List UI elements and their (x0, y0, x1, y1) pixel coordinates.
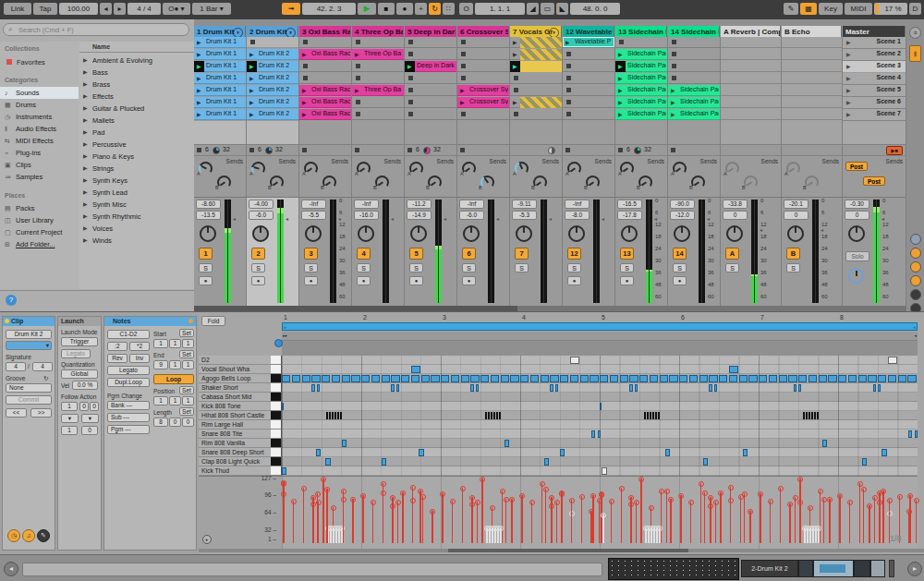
velocity-stem[interactable] (481, 478, 483, 543)
clip-slot[interactable] (299, 37, 351, 48)
midi-note[interactable] (806, 412, 808, 419)
folder-row[interactable]: ▶Synth Misc (79, 199, 194, 211)
midi-note[interactable] (888, 357, 897, 364)
midi-note[interactable] (635, 384, 638, 392)
velocity-dot[interactable] (668, 497, 674, 502)
clip-stop-button[interactable] (356, 76, 360, 80)
loop-length-display[interactable]: 48. 0. 0 (570, 3, 620, 15)
velocity-dot[interactable] (450, 499, 456, 504)
clip-name-field[interactable]: Drum Kit 2 (6, 330, 52, 339)
velocity-dot[interactable] (887, 498, 893, 503)
clip-slot[interactable] (510, 73, 562, 84)
signature-numerator[interactable]: 4 (6, 362, 26, 371)
midi-map-button[interactable]: MIDI (845, 3, 872, 15)
velocity-stem[interactable] (799, 502, 801, 543)
velocity-dot[interactable] (509, 497, 515, 502)
pan-knob[interactable] (674, 225, 690, 242)
track-activator-button[interactable]: 5 (409, 248, 423, 260)
note-row-label[interactable]: Kick 808 Tone (199, 402, 271, 411)
play-icon[interactable]: ▶ (618, 99, 623, 105)
clip-stop-button[interactable] (408, 40, 413, 44)
clip-slot[interactable] (405, 73, 456, 84)
velocity-stem[interactable] (839, 495, 841, 543)
follow-button[interactable]: ➟ (282, 3, 300, 15)
piano-key[interactable] (271, 365, 282, 374)
clip-slot[interactable]: ▶ (510, 37, 562, 48)
next-clip-button[interactable]: >> (30, 408, 52, 418)
clip-slot[interactable]: ▶Sidechain Pad (668, 109, 720, 120)
mixer-io-toggle[interactable] (910, 234, 921, 245)
clip-slot[interactable] (721, 109, 781, 120)
midi-note[interactable] (332, 412, 334, 419)
collection-favorites[interactable]: Favorites (0, 56, 79, 68)
track-activator-button[interactable]: 14 (673, 248, 687, 260)
midi-note[interactable] (703, 458, 708, 466)
midi-note[interactable] (505, 440, 509, 447)
reenable-automation-button[interactable]: ↻ (429, 3, 441, 15)
end-beat[interactable]: 1 (169, 360, 181, 369)
velocity-stem[interactable] (397, 502, 399, 543)
launch-legato-button[interactable]: Legato (61, 349, 91, 358)
velocity-stem[interactable] (602, 514, 604, 543)
velocity-stem[interactable] (462, 488, 464, 543)
clip-slot[interactable]: ▶Deep in Dark (405, 61, 456, 72)
velocity-stem[interactable] (326, 489, 328, 543)
midi-note[interactable] (317, 384, 320, 392)
punch-in-button[interactable]: ◢ (527, 3, 539, 15)
velocity-dot[interactable] (808, 505, 813, 511)
midi-note[interactable] (311, 384, 314, 392)
midi-note[interactable] (391, 384, 394, 392)
note-row-label[interactable]: D2 (199, 356, 271, 365)
midi-note[interactable] (719, 375, 727, 382)
cue-volume-knob[interactable] (848, 268, 864, 284)
clip-slot[interactable] (405, 37, 456, 48)
velocity-stem[interactable] (599, 500, 601, 543)
midi-note[interactable] (652, 412, 654, 419)
clip-slot[interactable] (405, 85, 456, 96)
notes-view-toggle[interactable]: ♫ (22, 529, 35, 542)
velocity-stem[interactable] (293, 501, 295, 543)
clip-stop-button[interactable] (514, 76, 518, 80)
velocity-stem[interactable] (505, 499, 507, 543)
scene-slot-6[interactable]: ▶Scene 6 (843, 97, 906, 109)
velocity-dot[interactable] (609, 499, 614, 504)
velocity-dot[interactable] (490, 505, 495, 511)
follow-beats-field[interactable]: 0 (79, 402, 89, 411)
velocity-stem[interactable] (343, 499, 345, 543)
midi-h-scrollbar[interactable] (199, 549, 924, 552)
play-icon[interactable]: ▶ (513, 39, 517, 45)
peak-level-display[interactable]: -90.0 (670, 200, 695, 209)
velocity-stem[interactable] (412, 500, 414, 543)
clip-slot[interactable]: ▶Drum Kit 2 (247, 49, 298, 60)
pan-knob[interactable] (358, 225, 374, 242)
info-view-toggle[interactable]: ◂ (4, 562, 18, 576)
clip-slot[interactable] (405, 49, 456, 60)
clip-slot[interactable]: ▶Oxi Bass Rack (299, 97, 351, 108)
clip-slot[interactable] (563, 61, 614, 72)
midi-note[interactable] (714, 384, 717, 392)
velocity-dot[interactable] (430, 509, 435, 514)
commit-button[interactable]: Commit (6, 395, 52, 405)
velocity-dot[interactable] (554, 500, 560, 505)
send-a-knob[interactable] (786, 162, 800, 176)
velocity-dot[interactable] (914, 498, 919, 503)
clip-stop-button[interactable] (197, 148, 201, 152)
velocity-dot[interactable] (877, 500, 882, 505)
clip-slot[interactable] (782, 85, 842, 96)
midi-note[interactable] (655, 412, 657, 419)
clip-stop-button[interactable] (672, 40, 676, 44)
velocity-dot[interactable] (549, 495, 554, 501)
start-set-button[interactable]: Set (179, 329, 194, 337)
midi-note[interactable] (669, 375, 677, 382)
loop-button[interactable]: ▭ (541, 3, 554, 15)
note-row-label[interactable]: Shaker Short (199, 383, 271, 393)
midi-note[interactable] (555, 384, 558, 392)
velocity-stem[interactable] (720, 492, 722, 543)
velocity-stem[interactable] (402, 492, 404, 543)
clip-slot[interactable] (352, 109, 404, 120)
velocity-stem[interactable] (795, 497, 796, 543)
midi-note[interactable] (908, 430, 911, 438)
midi-note[interactable] (292, 375, 300, 382)
clip-stop-button[interactable] (356, 40, 360, 44)
peak-level-display[interactable]: -Inf (354, 200, 379, 209)
